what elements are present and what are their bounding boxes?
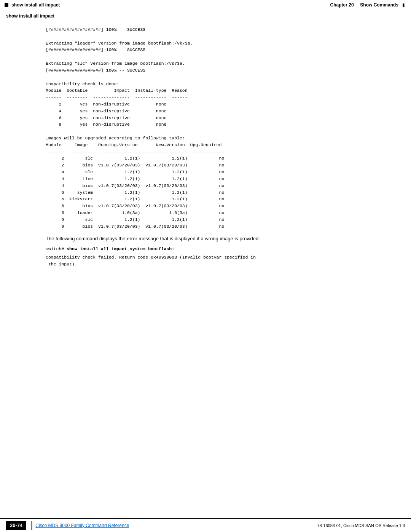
header-right: Chapter 20 Show Commands ▮ xyxy=(330,2,405,8)
main-content: [####################] 100% -- SUCCESS E… xyxy=(0,20,411,273)
page-number: 20-74 xyxy=(6,521,26,530)
header-square-icon xyxy=(5,3,8,7)
code-block-1: [####################] 100% -- SUCCESS E… xyxy=(46,26,381,230)
header-section-title: show install all impact xyxy=(11,2,60,8)
page-header: show install all impact Chapter 20 Show … xyxy=(0,0,411,10)
footer-left: 20-74 Cisco MDS 9000 Family Command Refe… xyxy=(6,521,129,530)
narrative-text: The following command displays the error… xyxy=(46,235,381,243)
command-line: switch# show install all impact system b… xyxy=(46,246,381,252)
header-left: show install all impact xyxy=(5,2,60,8)
command-prefix: switch# xyxy=(46,246,67,251)
subheader: show install all impact xyxy=(0,10,411,20)
subheader-label: show install all impact xyxy=(6,13,54,19)
footer-accent-bar xyxy=(31,521,32,530)
chapter-label: Chapter 20 xyxy=(330,2,354,8)
command-output: Compatibility check failed. Return code … xyxy=(46,254,381,268)
command-bold: show install all impact system bootflash… xyxy=(67,246,174,251)
footer-right-text: 78-16088-01, Cisco MDS SAN-OS Release 1.… xyxy=(317,523,405,528)
chapter-title: Show Commands xyxy=(360,2,398,8)
footer-link[interactable]: Cisco MDS 9000 Family Command Reference xyxy=(35,523,129,528)
page-footer: 20-74 Cisco MDS 9000 Family Command Refe… xyxy=(0,518,411,532)
